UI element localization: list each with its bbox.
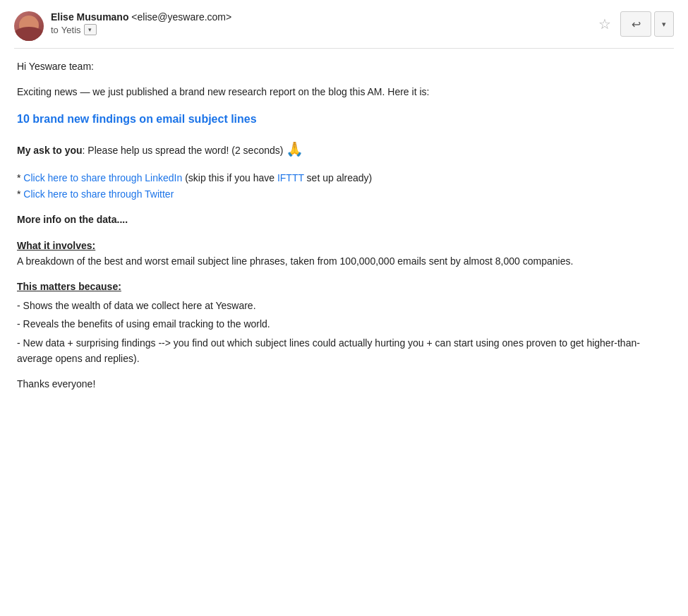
avatar-body xyxy=(14,27,44,41)
main-link[interactable]: 10 brand new findings on email subject l… xyxy=(17,113,257,125)
matters-bullet3: - New data + surprising findings --> you… xyxy=(17,335,671,367)
linkedin-paragraph: * Click here to share through LinkedIn (… xyxy=(17,170,671,202)
linkedin-text-after-ifttt: set up already) xyxy=(304,172,373,183)
sender-info: Elise Musumano <elise@yesware.com> to Ye… xyxy=(51,11,231,35)
ifttt-link[interactable]: IFTTT xyxy=(277,172,304,183)
twitter-link[interactable]: Click here to share through Twitter xyxy=(23,188,174,200)
matters-section: This matters because: - Shows the wealth… xyxy=(17,279,671,366)
sender-name-email: Elise Musumano <elise@yesware.com> xyxy=(51,11,231,23)
matters-bullet1: - Shows the wealth of data we collect he… xyxy=(17,298,671,313)
closing-text: Thanks everyone! xyxy=(17,376,671,392)
matters-heading: This matters because: xyxy=(17,281,121,292)
what-involves-heading: What it involves: xyxy=(17,240,95,251)
what-involves-paragraph: What it involves: A breakdown of the bes… xyxy=(17,238,671,270)
to-label: to xyxy=(51,25,59,35)
header-left: Elise Musumano <elise@yesware.com> to Ye… xyxy=(14,11,231,41)
email-body: Hi Yesware team: Exciting news — we just… xyxy=(14,59,674,392)
sender-name: Elise Musumano xyxy=(51,11,128,23)
sender-email: <elise@yesware.com> xyxy=(131,11,231,23)
star-button[interactable]: ☆ xyxy=(592,11,617,37)
header-actions: ☆ ↩ ▾ xyxy=(592,11,674,37)
ask-rest-text: : Please help us spread the word! (2 sec… xyxy=(83,145,284,156)
email-container: Elise Musumano <elise@yesware.com> to Ye… xyxy=(0,0,688,413)
intro-text: Exciting news — we just published a bran… xyxy=(17,84,671,99)
ask-paragraph: My ask to you: Please help us spread the… xyxy=(17,138,671,160)
recipient-dropdown-button[interactable]: ▾ xyxy=(84,24,97,35)
more-info-heading: More info on the data.... xyxy=(17,212,671,227)
to-line: to Yetis ▾ xyxy=(51,24,231,35)
matters-bullet2: - Reveals the benefits of using email tr… xyxy=(17,316,671,332)
reply-button[interactable]: ↩ xyxy=(620,11,651,37)
more-actions-button[interactable]: ▾ xyxy=(654,11,674,37)
avatar xyxy=(14,11,44,41)
matters-heading-paragraph: This matters because: xyxy=(17,279,671,294)
to-recipient: Yetis xyxy=(61,25,81,35)
chevron-down-icon: ▾ xyxy=(662,20,666,29)
linkedin-text-before-ifttt: (skip this if you have xyxy=(182,172,277,183)
prayer-emoji: 🙏 xyxy=(286,141,303,157)
reply-icon: ↩ xyxy=(632,18,641,31)
what-involves-text: A breakdown of the best and worst email … xyxy=(17,255,573,267)
ask-bold-text: My ask to you xyxy=(17,145,83,156)
linkedin-link[interactable]: Click here to share through LinkedIn xyxy=(23,172,182,183)
greeting: Hi Yesware team: xyxy=(17,59,671,74)
email-header: Elise Musumano <elise@yesware.com> to Ye… xyxy=(14,11,674,49)
